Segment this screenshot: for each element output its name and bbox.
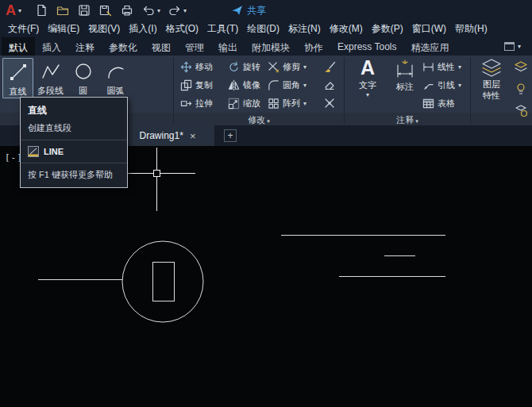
ribbon-tab-annotate[interactable]: 注释 (68, 37, 102, 56)
menu-window[interactable]: 窗口(W) (412, 22, 446, 36)
annotate-panel: A 文字 ▾ 标注 线性 ▾ 引线 ▾ 表格 (345, 56, 470, 125)
menu-draw[interactable]: 绘图(D) (247, 22, 279, 36)
erase-icon (323, 79, 336, 91)
drawn-circle[interactable] (122, 241, 203, 322)
save-button[interactable] (77, 3, 91, 17)
match-properties-brush-icon (323, 60, 336, 73)
app-menu-button[interactable]: A ▾ (6, 3, 21, 17)
crosshair-cursor (118, 148, 195, 211)
linear-dimension-button[interactable]: 线性 ▾ (422, 59, 461, 75)
fillet-button[interactable]: 圆角 ▾ (268, 77, 306, 93)
menu-help[interactable]: 帮助(H) (455, 22, 488, 36)
layers-panel: 图层 特性 (471, 56, 532, 125)
line-command-icon (28, 146, 39, 157)
rotate-button[interactable]: 旋转 (228, 59, 260, 75)
ribbon-tab-collaborate[interactable]: 协作 (297, 37, 330, 56)
undo-dropdown-icon[interactable]: ▾ (157, 7, 160, 14)
dropdown-icon[interactable]: ▾ (458, 82, 461, 89)
arc-tool-button[interactable]: 圆弧 (100, 58, 131, 98)
open-folder-icon (56, 4, 69, 17)
menu-dimension[interactable]: 标注(N) (288, 22, 321, 36)
undo-button[interactable] (141, 3, 156, 17)
rotate-icon (228, 61, 240, 73)
tool-label: 圆弧 (107, 85, 125, 97)
menu-tools[interactable]: 工具(T) (207, 22, 238, 36)
ribbon-tab-express-tools[interactable]: Express Tools (330, 37, 403, 56)
stretch-icon (180, 98, 192, 109)
menu-insert[interactable]: 插入(I) (129, 22, 156, 36)
dropdown-icon[interactable]: ▾ (366, 91, 369, 98)
text-tool-button[interactable]: A 文字 ▾ (351, 57, 384, 98)
stretch-button[interactable]: 拉伸 (180, 95, 213, 111)
layer-off-button[interactable] (512, 80, 530, 98)
tool-label: 直线 (10, 86, 27, 98)
menu-view[interactable]: 视图(V) (88, 22, 120, 36)
table-button[interactable]: 表格 (422, 95, 455, 111)
layer-isolate-button[interactable] (512, 102, 530, 119)
menu-modify[interactable]: 修改(M) (330, 22, 363, 36)
layer-state-button[interactable] (512, 59, 530, 76)
erase-button[interactable] (322, 77, 337, 93)
dropdown-icon[interactable]: ▾ (303, 63, 306, 71)
tool-label: 多段线 (37, 85, 64, 97)
dropdown-icon[interactable]: ▾ (303, 82, 306, 89)
match-properties-button[interactable] (322, 59, 337, 75)
menu-edit[interactable]: 编辑(E) (48, 22, 79, 36)
menu-file[interactable]: 文件(F) (8, 22, 39, 36)
new-drawing-tab-button[interactable]: + (224, 129, 237, 142)
tooltip-divider (21, 163, 127, 163)
share-button[interactable]: 共享 (231, 4, 266, 17)
move-button[interactable]: 移动 (180, 59, 213, 75)
scale-button[interactable]: 缩放 (228, 95, 260, 111)
drawing-tab[interactable]: Drawing1* × (121, 125, 214, 146)
open-file-button[interactable] (56, 3, 70, 17)
drawn-rectangle[interactable] (152, 262, 174, 301)
tool-label: 圆 (79, 85, 87, 97)
copy-button[interactable]: 复制 (180, 77, 213, 93)
leader-button[interactable]: 引线 ▾ (422, 77, 461, 93)
close-tab-icon[interactable]: × (190, 130, 196, 142)
fillet-icon (268, 79, 279, 91)
save-icon (78, 4, 91, 17)
ribbon-tab-addins[interactable]: 附加模块 (245, 37, 297, 56)
ribbon-tab-output[interactable]: 输出 (211, 37, 245, 56)
dropdown-icon[interactable]: ▾ (458, 63, 461, 71)
menubar: 文件(F) 编辑(E) 视图(V) 插入(I) 格式(O) 工具(T) 绘图(D… (0, 21, 532, 37)
array-button[interactable]: 阵列 ▾ (268, 95, 306, 111)
redo-dropdown-icon[interactable]: ▾ (183, 7, 187, 14)
move-icon (180, 61, 192, 73)
annotate-panel-label[interactable]: 注释▾ (345, 114, 470, 126)
menu-parametric[interactable]: 参数(P) (372, 22, 403, 36)
ribbon-tab-insert[interactable]: 插入 (35, 37, 68, 56)
dimension-tool-button[interactable]: 标注 (389, 59, 421, 93)
layer-isolate-icon (514, 103, 528, 117)
circle-tool-button[interactable]: 圆 (67, 58, 98, 98)
layers-icon (480, 58, 503, 79)
polyline-tool-button[interactable]: 多段线 (35, 58, 66, 98)
redo-button[interactable] (168, 3, 182, 17)
ribbon-display-toggle[interactable]: ▾ (504, 37, 521, 56)
ribbon-tab-view[interactable]: 视图 (145, 37, 178, 56)
ribbon-panel-icon (504, 42, 515, 51)
dropdown-icon[interactable]: ▾ (303, 100, 306, 107)
drawing-tab-label: Drawing1* (140, 130, 183, 141)
panel-expand-icon: ▾ (415, 118, 418, 124)
ribbon-tab-featured-apps[interactable]: 精选应用 (403, 37, 456, 56)
new-file-icon (35, 4, 48, 17)
ribbon-tab-home[interactable]: 默认 (2, 37, 35, 56)
scale-icon (228, 98, 240, 109)
trim-button[interactable]: 修剪 ▾ (268, 59, 306, 75)
tooltip-description: 创建直线段 (28, 122, 120, 134)
layer-properties-button[interactable]: 图层 特性 (473, 58, 510, 101)
plot-button[interactable] (120, 3, 134, 17)
modify-panel-label[interactable]: 修改▾ (174, 114, 344, 126)
explode-button[interactable] (322, 95, 337, 111)
new-file-button[interactable] (34, 3, 48, 17)
mirror-button[interactable]: 镜像 (228, 77, 260, 93)
line-tool-button[interactable]: 直线 (2, 58, 33, 98)
ribbon-tab-manage[interactable]: 管理 (178, 37, 211, 56)
save-as-button[interactable] (98, 3, 113, 17)
ribbon-tab-parametric[interactable]: 参数化 (102, 37, 145, 56)
menu-format[interactable]: 格式(O) (166, 22, 199, 36)
tool-label: 标注 (396, 81, 414, 93)
